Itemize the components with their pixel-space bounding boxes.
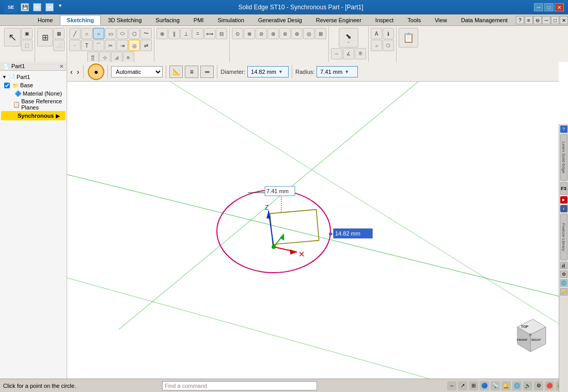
base-checkbox[interactable] [4,83,10,88]
ellipse-icon[interactable]: ⬭ [117,28,128,39]
pattern-icon[interactable]: ⣿ [87,52,99,63]
tab-view[interactable]: View [428,15,454,25]
status-icon-9[interactable]: ⚙ [534,381,543,390]
quick-save-icon[interactable]: 💾 [21,3,29,11]
equal-icon[interactable]: = [192,28,203,39]
redo-icon[interactable]: ↪ [45,3,54,11]
tree-item-base[interactable]: 📁 Base [1,81,66,89]
annot3-icon[interactable]: ⌕ [371,40,382,51]
back-nav-icon[interactable]: ‹ [70,68,73,76]
arc-icon[interactable]: ∩ [81,28,92,39]
point-icon[interactable]: · [69,40,81,51]
intelli4-icon[interactable]: ⊛ [267,28,279,39]
ribbon-options-icon[interactable]: ≡ [525,16,533,24]
sym-icon[interactable]: ≡ [123,52,134,63]
dimension-lock-icon[interactable]: 📐 [169,66,183,78]
fwd-nav-icon[interactable]: › [77,68,80,76]
circle-icon[interactable]: ○ [93,28,104,39]
radial-dim-icon[interactable]: ® [355,48,366,59]
method-select[interactable]: Automatic By Diameter By Radius [111,66,163,77]
circle-mode-button[interactable]: ● [88,64,104,80]
connect-icon[interactable]: ⊕ [156,28,168,39]
inner-max-btn[interactable]: □ [551,16,559,24]
status-icon-10[interactable]: 🔴 [545,381,554,390]
nav-icon[interactable]: 🌐 [560,279,567,287]
intelli3-icon[interactable]: ⊘ [256,28,267,39]
plane-icon[interactable]: ⊞ [37,28,53,46]
intelli8-icon[interactable]: ⊞ [315,28,326,39]
help-panel-button[interactable]: ? [560,126,567,133]
tab-generative-design[interactable]: Generative Desig [251,15,309,25]
annot2-icon[interactable]: ℹ [383,28,394,39]
radius-value[interactable]: 7.41 mm ▼ [317,66,358,77]
help-icon[interactable]: ? [516,16,524,24]
perp-icon[interactable]: ⊥ [180,28,192,39]
parallel-icon[interactable]: ∥ [168,28,180,39]
print-icon[interactable]: 🖨 [560,262,567,269]
intelli5-icon[interactable]: ⊜ [279,28,291,39]
tab-tools[interactable]: Tools [401,15,428,25]
radius-dropdown-icon[interactable]: ▼ [344,69,349,74]
sketch-canvas[interactable]: Z 7.41 mm 14.82 mm [67,82,559,379]
tab-sketching[interactable]: Sketching [60,15,101,25]
status-icon-8[interactable]: 🔊 [523,381,532,390]
plane2-icon[interactable]: ▦ [53,28,65,39]
tab-inspect[interactable]: Inspect [369,15,400,25]
linear-dim-icon[interactable]: ↔ [331,48,342,59]
undo-icon[interactable]: ↩ [33,3,41,11]
polygon-icon[interactable]: ⬡ [129,28,140,39]
mirror-icon[interactable]: ⇌ [140,40,152,51]
tab-data-management[interactable]: Data Management [454,15,515,25]
tab-reverse-engineer[interactable]: Reverse Engineer [309,15,368,25]
youtube-icon[interactable]: ▶ [560,196,567,203]
intelli1-icon[interactable]: ⊙ [232,28,243,39]
command-search-box[interactable]: Find a command [162,381,317,390]
dim-option2-icon[interactable]: ≡ [185,66,198,78]
dim-drive-icon[interactable]: ⊿ [111,52,122,63]
intelli2-icon[interactable]: ⊗ [244,28,255,39]
tree-item-synchronous[interactable]: ⚡ Synchronous ▶ [1,111,66,120]
offset-icon[interactable]: ⇥ [117,40,128,51]
status-icon-7[interactable]: 🌐 [512,381,522,390]
status-icon-3[interactable]: ⊞ [469,381,478,390]
status-icon-2[interactable]: ↗ [458,381,467,390]
construct-icon[interactable]: ⊹ [99,52,111,63]
feature-library-btn[interactable]: Feature Library [560,214,567,260]
nav-cube[interactable]: TOP RIGHT FRONT [510,314,548,353]
status-icon-4[interactable]: 🔵 [480,381,489,390]
select-all-icon[interactable]: ⬚ [21,40,33,51]
trim-icon[interactable]: ✂ [105,40,116,51]
expand-icon[interactable]: ▼ [2,74,7,80]
insert-icon[interactable]: 📋 [399,28,418,48]
select-by-box-icon[interactable]: ▣ [21,28,33,39]
sym-relate-icon[interactable]: ⟺ [204,28,215,39]
minimize-button[interactable]: ─ [534,3,543,11]
angular-dim-icon[interactable]: ∠ [343,48,354,59]
facebook-icon[interactable]: f [560,205,567,212]
inner-close-btn[interactable]: ✕ [560,16,568,24]
dropdown-arrow-icon[interactable]: ▼ [58,3,62,11]
fillet-icon[interactable]: ⌒ [93,40,104,51]
annot1-icon[interactable]: A [371,28,382,39]
smart-dimension-icon[interactable]: ⬊↔ [339,28,358,48]
maximize-button[interactable]: □ [544,3,554,11]
dim-option3-icon[interactable]: ═ [200,66,214,78]
status-icon-5[interactable]: 📡 [491,381,500,390]
status-icon-1[interactable]: ↔ [447,381,456,390]
f3-btn[interactable]: F3 [560,182,567,195]
tree-item-material[interactable]: 🔷 Material (None) [1,89,66,98]
settings-icon-2[interactable]: ⚙ [560,271,567,278]
canvas-area[interactable]: ‹ › ● Automatic By Diameter By Radius 📐 … [67,62,559,379]
tree-item-base-ref-planes[interactable]: 📋 Base Reference Planes [1,98,66,111]
tree-item-part1[interactable]: ▼ 📄 Part1 [1,73,66,81]
ribbon-min-icon[interactable]: ⊖ [533,16,542,24]
rect-icon[interactable]: ▭ [105,28,116,39]
part-tab-close[interactable]: ✕ [59,64,64,69]
tab-pmi[interactable]: PMI [187,15,211,25]
intelli6-icon[interactable]: ⊚ [291,28,303,39]
close-button[interactable]: ✕ [555,3,564,11]
line-icon[interactable]: ╱ [69,28,81,39]
collinear-icon[interactable]: ⊟ [216,28,227,39]
annot4-icon[interactable]: ⬡ [383,40,394,51]
inner-min-btn[interactable]: ─ [542,16,550,24]
